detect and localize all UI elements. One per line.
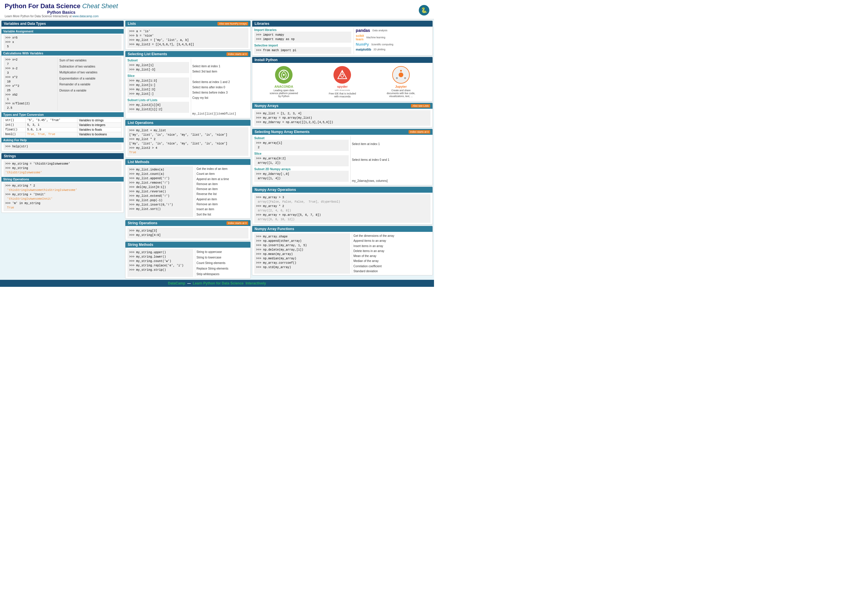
libraries-body: Import libraries >>> import numpy >>> im… (252, 26, 432, 55)
numpy-desc: Scientific computing (371, 43, 394, 46)
selective-code: >>> from math import pi (254, 47, 351, 54)
pandas-desc: Data analysis (372, 29, 387, 32)
string-methods-section: String Methods >>> my_string.upper() >>>… (125, 241, 251, 279)
footer: DataCamp — Learn Python for Data Science… (0, 280, 434, 287)
libraries-header: Libraries (252, 21, 432, 26)
list-ops-header: List Operations (126, 120, 251, 126)
anaconda-icon (278, 69, 290, 81)
calc-header: Calculations With Variables (2, 51, 124, 56)
string-ops-code: >>> my_string * 2 'thisStringIsAwesometh… (3, 182, 122, 211)
selecting-list-header: Selecting List Elements Index starts at … (126, 51, 251, 57)
spyder-desc: Free IDE that is included with Anaconda (328, 92, 357, 98)
numpy-ops-header: Numpy Array Operations (252, 187, 432, 193)
numpy-ops-code: >>> my_array > 3 array([False, False, Fa… (254, 194, 431, 223)
spyder-icon (337, 69, 348, 81)
numpy-functions-section: Numpy Array Functions >>> my_array.shape… (252, 226, 433, 275)
variables-section: Variables and Data Types Variable Assign… (1, 20, 124, 152)
numpy-ops-body: >>> my_array > 3 array([False, False, Fa… (252, 193, 432, 224)
footer-brand: DataCamp (168, 281, 185, 285)
main-title: Python For Data Science Cheat Sheet (5, 2, 118, 10)
selecting-list-section: Selecting List Elements Index starts at … (125, 51, 251, 118)
sklearn-logo: scikitlearn (356, 34, 364, 41)
spyder-item: spyder with Anaconda Free IDE that is in… (328, 66, 357, 98)
calc-code: >>> x+2 7 >>> x-2 3 >>> x*2 10 >>> x**2 … (3, 56, 122, 111)
numpy-slice-code: >>> my_array[0:2] array([1, 2]) (254, 155, 349, 166)
anaconda-item: ANACONDA Leading open data science platf… (269, 66, 298, 98)
datacamp-icon: 🐍 (419, 5, 429, 16)
subset-lists-code: >>> my_list2[1][0] >>> my_list2[1][:2] (127, 102, 189, 113)
install-logos: ANACONDA Leading open data science platf… (254, 64, 431, 100)
numpy-subset2d-label: Subset 2D Numpy arrays (254, 167, 349, 171)
list-methods-section: List Methods >>> my_list.index(a) >>> my… (125, 159, 251, 219)
mid-column: Lists Also see NumPy Arrays >>> a = 'is'… (125, 20, 251, 279)
subset-lists-label: Subset Lists of Lists (127, 98, 189, 102)
numpy-functions-header: Numpy Array Functions (252, 226, 432, 232)
matplotlib-desc: 2D plotting (374, 48, 386, 51)
string-ops-mid-code: >>> my_string[3] >>> my_string[4:9] (127, 227, 248, 239)
page-header: Python For Data Science Cheat Sheet Pyth… (0, 0, 434, 19)
anaconda-desc: Leading open data science platform power… (269, 89, 298, 98)
numpy-code: >>> my_list = [1, 2, 3, 4] >>> my_array … (254, 110, 431, 126)
sklearn-desc: Machine learning (366, 36, 385, 39)
svg-point-7 (396, 77, 398, 79)
left-column: Variables and Data Types Variable Assign… (1, 20, 124, 279)
spyder-subtitle: with Anaconda (335, 89, 350, 92)
list-methods-body: >>> my_list.index(a) >>> my_list.count(a… (126, 165, 251, 218)
numpy-subset2d-code: >>> my_2darray[:,0] array([1, 4]) (254, 171, 349, 182)
list-ops-body: >>> my_list + my_list ['my', 'list', 'is… (126, 126, 251, 157)
subset-label: Subset (127, 59, 189, 62)
numpy-selecting-header: Selecting Numpy Array Elements Index sta… (252, 129, 432, 135)
install-header: Install Python (252, 57, 432, 63)
lists-header: Lists Also see NumPy Arrays (126, 21, 251, 26)
string-ops-header: String Operations (2, 177, 124, 182)
numpy-functions-body: >>> my_array.shape >>> np.append(other_a… (252, 232, 432, 275)
assignment-header: Variable Assignment (2, 29, 124, 34)
svg-point-1 (283, 74, 285, 76)
lists-body: >>> a = 'is' >>> b = 'nice' >>> my_list … (126, 26, 251, 50)
install-section: Install Python (252, 57, 433, 101)
pandas-logo: pandas (356, 28, 370, 33)
import-libs-label: Import libraries (254, 28, 351, 31)
numpy-selecting-body: Subset >>> my_array[1] 2 Slice >>> my_ar… (252, 135, 432, 185)
jupyter-item: Jupyter Create and share documents with … (386, 66, 415, 98)
string-ops-mid-header: String Operations Index starts at 0 (126, 220, 251, 226)
footer-tagline-colored: Interactively (245, 281, 266, 285)
string-ops-mid-section: String Operations Index starts at 0 >>> … (125, 220, 251, 240)
matplotlib-logo: matplotlib (356, 48, 371, 51)
numpy-header: Numpy Arrays Also see Lists (252, 103, 432, 109)
jupyter-icon (395, 69, 406, 81)
numpy-functions-code: >>> my_array.shape >>> np.append(other_a… (254, 233, 350, 274)
numpy-selecting-section: Selecting Numpy Array Elements Index sta… (252, 129, 433, 185)
list-methods-header: List Methods (126, 159, 251, 165)
variables-body: Variable Assignment >>> x=5 >>> x 5 Calc… (2, 26, 124, 151)
selecting-list-body: Subset >>> my_list[1] >>> my_list[-3] Sl… (126, 57, 251, 118)
table-row: str() '5', '3.45', 'True' Variables to s… (4, 118, 122, 123)
variables-header: Variables and Data Types (2, 21, 124, 26)
svg-point-8 (404, 77, 406, 79)
lists-section: Lists Also see NumPy Arrays >>> a = 'is'… (125, 20, 251, 50)
jupyter-desc: Create and share documents with live cod… (386, 89, 415, 98)
help-code: >>> help(str) (3, 143, 122, 150)
numpy-subset-code: >>> my_array[1] 2 (254, 140, 349, 151)
numpy-ops-section: Numpy Array Operations >>> my_array > 3 … (252, 187, 433, 225)
string-methods-header: String Methods (126, 242, 251, 248)
strings-header: Strings (2, 153, 124, 159)
table-row: bool() True, True, True Variables to boo… (4, 132, 122, 137)
list-ops-section: List Operations >>> my_list + my_list ['… (125, 120, 251, 158)
svg-point-5 (398, 73, 403, 77)
footer-tagline: Learn Python for Data Science (192, 281, 243, 285)
strings-body: >>> my_string = 'thisStringIsAwesome' >>… (2, 159, 124, 213)
subtitle: Python Basics (5, 10, 118, 15)
table-row: float() 5.0, 1.0 Variables to floats (4, 127, 122, 132)
slice-label: Slice (127, 74, 189, 78)
spyder-name: spyder (337, 85, 347, 88)
main-content: Variables and Data Types Variable Assign… (0, 19, 434, 280)
types-header: Types and Type Conversion (2, 112, 124, 117)
list-ops-code: >>> my_list + my_list ['my', 'list', 'is… (127, 127, 248, 156)
numpy-slice-label: Slice (254, 152, 349, 155)
numpy-subset-label: Subset (254, 136, 349, 140)
anaconda-name: ANACONDA (274, 85, 293, 88)
strings-code: >>> my_string = 'thisStringIsAwesome' >>… (3, 160, 122, 176)
title-block: Python For Data Science Cheat Sheet Pyth… (5, 2, 118, 18)
help-header: Asking For Help (2, 138, 124, 142)
